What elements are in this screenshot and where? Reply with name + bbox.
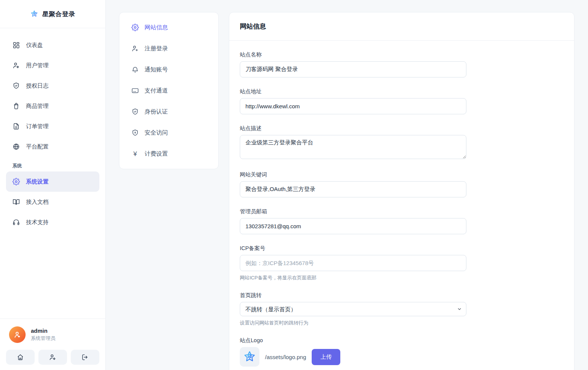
site-logo-preview	[240, 347, 259, 367]
site-url-input[interactable]	[240, 98, 466, 114]
sidebar-item-dashboard[interactable]: 仪表盘	[0, 35, 105, 55]
user-role: 系统管理员	[31, 335, 55, 342]
keywords-label: 网站关键词	[240, 171, 466, 178]
site-name-label: 站点名称	[240, 51, 466, 58]
sidebar-item-platform-config[interactable]: 平台配置	[0, 136, 105, 157]
home-button[interactable]	[6, 350, 35, 365]
logout-icon	[81, 353, 89, 361]
sidebar-item-docs[interactable]: 接入文档	[0, 192, 105, 212]
yen-icon: ¥	[131, 150, 139, 158]
sidebar-item-label: 订单管理	[26, 123, 49, 130]
user-settings-icon	[12, 62, 20, 69]
icp-input[interactable]	[240, 255, 466, 271]
book-icon	[12, 198, 20, 206]
subnav-item-register-login[interactable]: 注册登录	[119, 38, 218, 59]
subnav-item-label: 安全访问	[145, 129, 168, 137]
subnav-item-label: 注册登录	[145, 45, 168, 53]
gear-icon	[12, 178, 20, 185]
site-name-input[interactable]	[240, 61, 466, 77]
sidebar-menu: 仪表盘 用户管理 授权日志	[0, 28, 105, 232]
shield-check-icon	[131, 108, 139, 115]
brand-name: 星聚合登录	[42, 10, 75, 18]
sidebar-item-label: 商品管理	[26, 103, 49, 110]
gear-icon	[131, 24, 139, 31]
bell-icon	[131, 66, 139, 73]
sidebar-item-label: 技术支持	[26, 219, 49, 226]
sidebar-item-label: 仪表盘	[26, 42, 43, 49]
sidebar-item-label: 平台配置	[26, 143, 49, 150]
sidebar-item-auth-logs[interactable]: 授权日志	[0, 76, 105, 96]
subnav-item-billing-settings[interactable]: ¥ 计费设置	[119, 143, 218, 164]
subnav-item-label: 计费设置	[145, 150, 168, 158]
site-desc-label: 站点描述	[240, 125, 466, 132]
subnav-item-website-info[interactable]: 网站信息	[119, 17, 218, 38]
footer-actions	[6, 350, 99, 365]
icp-hint: 网站ICP备案号，将显示在页面底部	[240, 274, 466, 281]
sidebar-item-users[interactable]: 用户管理	[0, 55, 105, 76]
dashboard-icon	[12, 41, 20, 49]
subnav-item-label: 网站信息	[145, 24, 168, 32]
logout-button[interactable]	[71, 350, 99, 365]
page-title: 网站信息	[240, 22, 266, 31]
site-desc-textarea[interactable]: 企业级第三方登录聚合平台	[240, 135, 466, 159]
logo-upload-button[interactable]: 上传	[312, 349, 340, 365]
home-redirect-label: 首页跳转	[240, 292, 466, 299]
admin-email-label: 管理员邮箱	[240, 208, 466, 215]
content-card: 网站信息 站点名称 站点地址 站点描述 企业级第三方登录聚合平台 网站关键词 管…	[229, 12, 574, 370]
subnav-item-notification-accounts[interactable]: 通知账号	[119, 59, 218, 80]
sidebar-footer: admin 系统管理员	[0, 318, 105, 370]
subnav-item-payment-channels[interactable]: 支付通道	[119, 80, 218, 101]
subnav-item-label: 通知账号	[145, 66, 168, 74]
main-area: 网站信息 注册登录 通知账号	[106, 0, 588, 370]
sidebar-item-label: 接入文档	[26, 199, 49, 206]
shopping-bag-icon	[12, 102, 20, 110]
shield-lock-icon	[131, 129, 139, 136]
sidebar-item-label: 授权日志	[26, 82, 49, 89]
content-header: 网站信息	[229, 12, 574, 41]
icp-label: ICP备案号	[240, 245, 466, 252]
sidebar-item-label: 用户管理	[26, 62, 49, 69]
subnav-item-label: 支付通道	[145, 87, 168, 95]
home-redirect-hint: 设置访问网站首页时的跳转行为	[240, 320, 466, 326]
subnav-item-identity-auth[interactable]: 身份认证	[119, 101, 218, 122]
brand-logo: 星聚合登录	[0, 0, 105, 28]
avatar	[9, 326, 26, 343]
credit-card-icon	[131, 87, 139, 94]
user-info: admin 系统管理员	[6, 326, 99, 343]
user-plus-icon	[131, 45, 139, 52]
keywords-input[interactable]	[240, 181, 466, 197]
star-logo-icon	[30, 10, 38, 18]
user-settings-icon	[49, 353, 56, 361]
document-icon	[12, 123, 20, 130]
user-manage-button[interactable]	[38, 350, 67, 365]
user-name: admin	[31, 328, 55, 334]
website-info-form: 站点名称 站点地址 站点描述 企业级第三方登录聚合平台 网站关键词 管理员邮箱 …	[229, 41, 477, 370]
shield-check-icon	[12, 82, 20, 89]
sidebar: 星聚合登录 仪表盘 用户管理	[0, 0, 106, 370]
settings-subnav: 网站信息 注册登录 通知账号	[119, 12, 219, 169]
home-redirect-select[interactable]: 不跳转（显示首页）	[240, 302, 466, 316]
subnav-item-label: 身份认证	[145, 108, 168, 116]
sidebar-item-orders[interactable]: 订单管理	[0, 116, 105, 136]
sidebar-item-products[interactable]: 商品管理	[0, 96, 105, 116]
home-icon	[17, 353, 24, 361]
admin-email-input[interactable]	[240, 218, 466, 234]
sidebar-item-system-settings[interactable]: 系统设置	[6, 171, 99, 192]
sidebar-item-support[interactable]: 技术支持	[0, 212, 105, 232]
headphones-icon	[12, 218, 20, 226]
site-logo-path: /assets/logo.png	[265, 354, 306, 360]
globe-icon	[12, 143, 20, 150]
sidebar-section-system: 系统	[12, 163, 105, 169]
site-url-label: 站点地址	[240, 88, 466, 95]
sidebar-item-label: 系统设置	[26, 178, 49, 185]
site-logo-label: 站点Logo	[240, 337, 466, 344]
subnav-item-security-access[interactable]: 安全访问	[119, 122, 218, 143]
